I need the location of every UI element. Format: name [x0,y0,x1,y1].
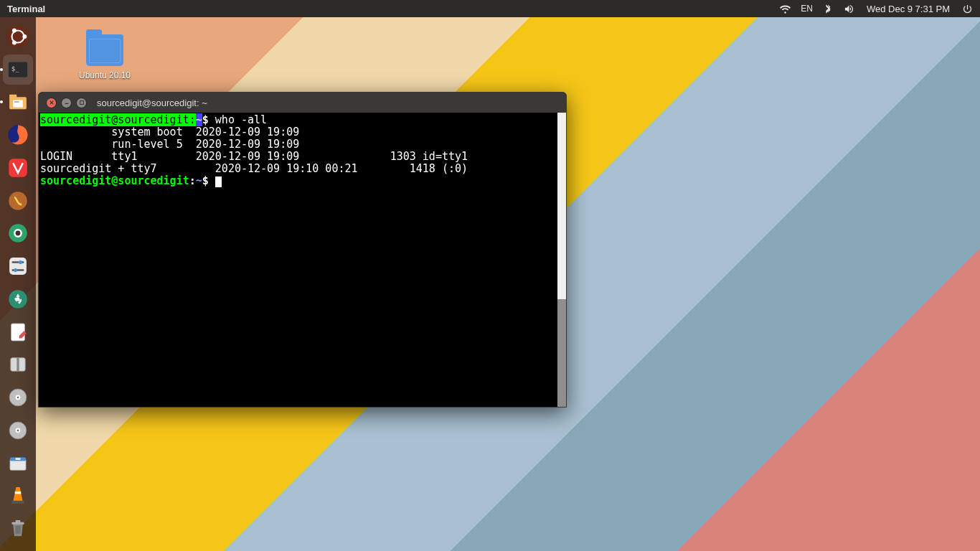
dock-tweaks[interactable] [3,251,33,281]
svg-rect-24 [11,324,25,341]
terminal-title-text: sourcedigit@sourcedigit: ~ [94,98,207,108]
svg-text:$_: $_ [11,64,20,72]
svg-rect-39 [16,520,21,522]
terminal-cursor [215,176,222,187]
svg-point-3 [12,28,17,32]
dock-gedit[interactable] [3,317,33,347]
dock-firefox[interactable] [3,120,33,150]
dock-disks2[interactable] [3,415,33,446]
terminal-output-line: sourcedigit + tty7 2020-12-09 19:10 00:2… [40,163,566,175]
window-maximize-button[interactable] [76,98,87,108]
svg-rect-37 [12,501,24,504]
svg-point-32 [17,430,19,432]
dock-shutter[interactable] [3,219,33,249]
svg-rect-9 [13,100,23,108]
svg-rect-20 [12,269,24,271]
dock-vivaldi[interactable] [3,153,33,183]
svg-rect-8 [9,95,17,98]
svg-rect-10 [14,102,19,103]
clock[interactable]: Wed Dec 9 7:31 PM [859,0,957,17]
svg-rect-43 [65,103,68,104]
svg-point-2 [22,34,27,39]
dock-ubuntu-dash[interactable] [3,22,33,52]
terminal-output-line: run-level 5 2020-12-09 19:09 [40,138,566,151]
svg-rect-42 [19,526,21,534]
language-indicator[interactable]: EN [796,0,818,17]
wifi-icon[interactable] [775,0,796,17]
volume-icon[interactable] [839,0,859,17]
svg-point-29 [17,397,19,399]
launcher-dock: $_ [0,17,36,551]
window-close-button[interactable] [46,98,57,108]
dock-vlc[interactable] [3,481,33,512]
svg-rect-35 [16,458,21,460]
dock-dconf[interactable] [3,284,33,314]
svg-rect-36 [15,491,22,494]
svg-point-21 [14,268,17,272]
dock-files[interactable] [3,88,33,118]
bluetooth-icon[interactable] [818,0,839,17]
terminal-scrollbar-thumb[interactable] [557,299,566,407]
svg-point-19 [19,260,22,264]
active-app-label[interactable]: Terminal [0,4,45,14]
desktop-folder-label: Ubuntu 20.10 [69,70,141,80]
folder-icon [86,34,123,66]
dock-disks[interactable] [3,382,33,413]
terminal-body[interactable]: sourcedigit@sourcedigit:~$ who -all syst… [39,113,566,407]
terminal-prompt-line-1: sourcedigit@sourcedigit:~$ who -all [40,114,566,126]
dock-terminal[interactable]: $_ [3,55,33,85]
terminal-titlebar[interactable]: sourcedigit@sourcedigit: ~ [39,93,566,113]
svg-rect-17 [9,258,27,275]
svg-point-23 [16,297,19,301]
dock-software[interactable] [3,448,33,479]
svg-rect-40 [16,526,17,534]
window-minimize-button[interactable] [61,98,72,108]
dock-app-brown[interactable] [3,186,33,216]
svg-point-16 [16,231,21,236]
dock-archive[interactable] [3,350,33,380]
terminal-prompt-line-2: sourcedigit@sourcedigit:~$ [40,175,566,187]
svg-rect-41 [17,526,19,534]
terminal-output-line: system boot 2020-12-09 19:09 [40,126,566,138]
desktop-folder-ubuntu[interactable]: Ubuntu 20.10 [69,34,141,80]
terminal-window[interactable]: sourcedigit@sourcedigit: ~ sourcedigit@s… [38,92,567,408]
top-panel: Terminal EN Wed Dec 9 7:31 PM [0,0,980,17]
svg-point-4 [12,40,17,44]
power-icon[interactable] [957,0,980,17]
svg-rect-44 [80,101,83,105]
dock-trash[interactable] [3,514,33,544]
terminal-output-line: LOGIN tty1 2020-12-09 19:09 1303 id=tty1 [40,151,566,163]
svg-rect-26 [17,358,19,372]
